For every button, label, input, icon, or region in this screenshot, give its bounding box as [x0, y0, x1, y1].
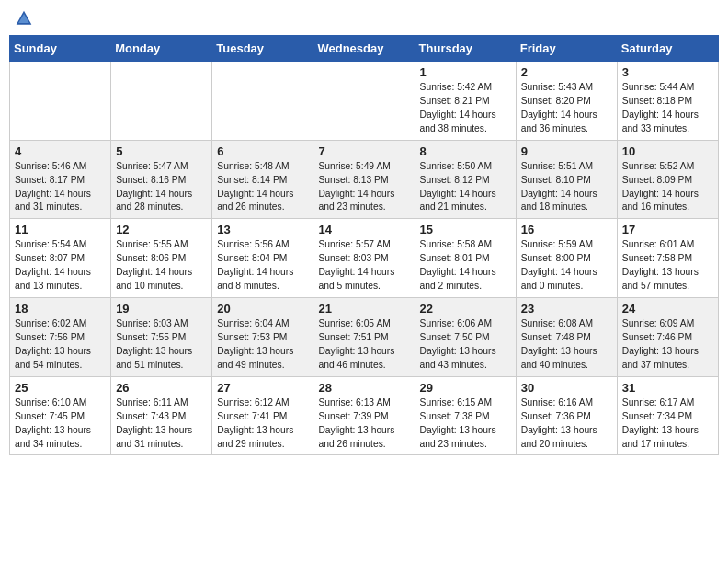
day-number: 24	[622, 302, 713, 316]
day-detail: Sunrise: 6:06 AM Sunset: 7:50 PM Dayligh…	[420, 317, 511, 373]
calendar-cell: 18Sunrise: 6:02 AM Sunset: 7:56 PM Dayli…	[10, 298, 111, 377]
day-detail: Sunrise: 6:16 AM Sunset: 7:36 PM Dayligh…	[521, 396, 612, 452]
calendar-cell: 29Sunrise: 6:15 AM Sunset: 7:38 PM Dayli…	[415, 376, 516, 455]
day-number: 18	[15, 302, 106, 316]
day-number: 26	[116, 381, 207, 395]
day-detail: Sunrise: 5:55 AM Sunset: 8:06 PM Dayligh…	[116, 238, 207, 293]
calendar-cell: 7Sunrise: 5:49 AM Sunset: 8:13 PM Daylig…	[313, 140, 415, 219]
day-detail: Sunrise: 6:12 AM Sunset: 7:41 PM Dayligh…	[217, 396, 308, 452]
calendar-cell: 11Sunrise: 5:54 AM Sunset: 8:07 PM Dayli…	[10, 219, 111, 298]
day-detail: Sunrise: 6:01 AM Sunset: 7:58 PM Dayligh…	[622, 238, 713, 293]
calendar-cell: 24Sunrise: 6:09 AM Sunset: 7:46 PM Dayli…	[617, 298, 718, 377]
day-number: 23	[521, 302, 612, 316]
day-number: 4	[15, 144, 106, 158]
day-detail: Sunrise: 5:48 AM Sunset: 8:14 PM Dayligh…	[217, 160, 308, 215]
day-detail: Sunrise: 6:11 AM Sunset: 7:43 PM Dayligh…	[116, 396, 207, 452]
calendar-week-row: 4Sunrise: 5:46 AM Sunset: 8:17 PM Daylig…	[10, 140, 719, 219]
calendar-cell: 1Sunrise: 5:42 AM Sunset: 8:21 PM Daylig…	[415, 62, 516, 141]
day-detail: Sunrise: 5:43 AM Sunset: 8:20 PM Dayligh…	[521, 81, 612, 136]
day-detail: Sunrise: 5:59 AM Sunset: 8:00 PM Dayligh…	[521, 238, 612, 293]
day-detail: Sunrise: 6:15 AM Sunset: 7:38 PM Dayligh…	[420, 396, 511, 452]
day-number: 29	[420, 381, 511, 395]
day-number: 22	[420, 302, 511, 316]
calendar-cell: 9Sunrise: 5:51 AM Sunset: 8:10 PM Daylig…	[516, 140, 617, 219]
calendar-week-row: 18Sunrise: 6:02 AM Sunset: 7:56 PM Dayli…	[10, 298, 719, 377]
calendar-cell: 26Sunrise: 6:11 AM Sunset: 7:43 PM Dayli…	[111, 376, 212, 455]
calendar-cell: 16Sunrise: 5:59 AM Sunset: 8:00 PM Dayli…	[516, 219, 617, 298]
calendar-cell: 25Sunrise: 6:10 AM Sunset: 7:45 PM Dayli…	[10, 376, 111, 455]
day-of-week-header: Sunday	[10, 36, 111, 62]
day-detail: Sunrise: 5:56 AM Sunset: 8:04 PM Dayligh…	[217, 238, 308, 293]
calendar-header-row: SundayMondayTuesdayWednesdayThursdayFrid…	[10, 36, 719, 62]
calendar-cell	[10, 62, 111, 141]
day-number: 6	[217, 144, 308, 158]
calendar-cell: 12Sunrise: 5:55 AM Sunset: 8:06 PM Dayli…	[111, 219, 212, 298]
day-detail: Sunrise: 6:09 AM Sunset: 7:46 PM Dayligh…	[622, 317, 713, 373]
calendar-cell: 3Sunrise: 5:44 AM Sunset: 8:18 PM Daylig…	[617, 62, 718, 141]
calendar-cell: 21Sunrise: 6:05 AM Sunset: 7:51 PM Dayli…	[313, 298, 415, 377]
day-number: 7	[318, 144, 409, 158]
calendar-cell: 20Sunrise: 6:04 AM Sunset: 7:53 PM Dayli…	[212, 298, 313, 377]
day-detail: Sunrise: 5:42 AM Sunset: 8:21 PM Dayligh…	[420, 81, 511, 136]
calendar-cell: 8Sunrise: 5:50 AM Sunset: 8:12 PM Daylig…	[415, 140, 516, 219]
calendar-table: SundayMondayTuesdayWednesdayThursdayFrid…	[9, 35, 719, 455]
day-number: 16	[521, 223, 612, 236]
day-detail: Sunrise: 5:47 AM Sunset: 8:16 PM Dayligh…	[116, 160, 207, 215]
day-number: 9	[521, 144, 612, 158]
day-detail: Sunrise: 5:58 AM Sunset: 8:01 PM Dayligh…	[420, 238, 511, 293]
day-number: 13	[217, 223, 308, 236]
day-number: 21	[318, 302, 409, 316]
day-number: 19	[116, 302, 207, 316]
day-detail: Sunrise: 6:10 AM Sunset: 7:45 PM Dayligh…	[15, 396, 106, 452]
day-detail: Sunrise: 5:57 AM Sunset: 8:03 PM Dayligh…	[318, 238, 409, 293]
logo-icon	[15, 9, 33, 28]
day-number: 15	[420, 223, 511, 236]
calendar-cell: 19Sunrise: 6:03 AM Sunset: 7:55 PM Dayli…	[111, 298, 212, 377]
calendar-cell: 27Sunrise: 6:12 AM Sunset: 7:41 PM Dayli…	[212, 376, 313, 455]
day-detail: Sunrise: 6:17 AM Sunset: 7:34 PM Dayligh…	[622, 396, 713, 452]
calendar-cell: 5Sunrise: 5:47 AM Sunset: 8:16 PM Daylig…	[111, 140, 212, 219]
calendar-cell: 6Sunrise: 5:48 AM Sunset: 8:14 PM Daylig…	[212, 140, 313, 219]
calendar-cell: 17Sunrise: 6:01 AM Sunset: 7:58 PM Dayli…	[617, 219, 718, 298]
calendar-cell: 30Sunrise: 6:16 AM Sunset: 7:36 PM Dayli…	[516, 376, 617, 455]
day-detail: Sunrise: 5:49 AM Sunset: 8:13 PM Dayligh…	[318, 160, 409, 215]
calendar-cell: 23Sunrise: 6:08 AM Sunset: 7:48 PM Dayli…	[516, 298, 617, 377]
day-detail: Sunrise: 6:03 AM Sunset: 7:55 PM Dayligh…	[116, 317, 207, 373]
calendar-cell	[212, 62, 313, 141]
day-detail: Sunrise: 5:50 AM Sunset: 8:12 PM Dayligh…	[420, 160, 511, 215]
day-detail: Sunrise: 6:13 AM Sunset: 7:39 PM Dayligh…	[318, 396, 409, 452]
day-number: 11	[15, 223, 106, 236]
day-detail: Sunrise: 6:08 AM Sunset: 7:48 PM Dayligh…	[521, 317, 612, 373]
calendar-cell: 15Sunrise: 5:58 AM Sunset: 8:01 PM Dayli…	[415, 219, 516, 298]
calendar-cell: 14Sunrise: 5:57 AM Sunset: 8:03 PM Dayli…	[313, 219, 415, 298]
day-detail: Sunrise: 5:54 AM Sunset: 8:07 PM Dayligh…	[15, 238, 106, 293]
calendar-cell	[313, 62, 415, 141]
day-detail: Sunrise: 5:51 AM Sunset: 8:10 PM Dayligh…	[521, 160, 612, 215]
calendar-cell: 22Sunrise: 6:06 AM Sunset: 7:50 PM Dayli…	[415, 298, 516, 377]
day-number: 25	[15, 381, 106, 395]
day-of-week-header: Saturday	[617, 36, 718, 62]
calendar-cell: 4Sunrise: 5:46 AM Sunset: 8:17 PM Daylig…	[10, 140, 111, 219]
day-number: 2	[521, 65, 612, 79]
day-number: 17	[622, 223, 713, 236]
day-detail: Sunrise: 6:05 AM Sunset: 7:51 PM Dayligh…	[318, 317, 409, 373]
day-number: 8	[420, 144, 511, 158]
calendar-cell: 13Sunrise: 5:56 AM Sunset: 8:04 PM Dayli…	[212, 219, 313, 298]
page-header	[9, 9, 719, 28]
day-of-week-header: Wednesday	[313, 36, 415, 62]
day-of-week-header: Monday	[111, 36, 212, 62]
day-of-week-header: Thursday	[415, 36, 516, 62]
day-number: 1	[420, 65, 511, 79]
calendar-week-row: 11Sunrise: 5:54 AM Sunset: 8:07 PM Dayli…	[10, 219, 719, 298]
day-number: 14	[318, 223, 409, 236]
day-number: 12	[116, 223, 207, 236]
calendar-cell: 10Sunrise: 5:52 AM Sunset: 8:09 PM Dayli…	[617, 140, 718, 219]
calendar-cell: 28Sunrise: 6:13 AM Sunset: 7:39 PM Dayli…	[313, 376, 415, 455]
calendar-cell	[111, 62, 212, 141]
calendar-cell: 31Sunrise: 6:17 AM Sunset: 7:34 PM Dayli…	[617, 376, 718, 455]
day-detail: Sunrise: 5:44 AM Sunset: 8:18 PM Dayligh…	[622, 81, 713, 136]
day-of-week-header: Tuesday	[212, 36, 313, 62]
logo	[13, 9, 33, 28]
day-number: 3	[622, 65, 713, 79]
day-detail: Sunrise: 6:02 AM Sunset: 7:56 PM Dayligh…	[15, 317, 106, 373]
